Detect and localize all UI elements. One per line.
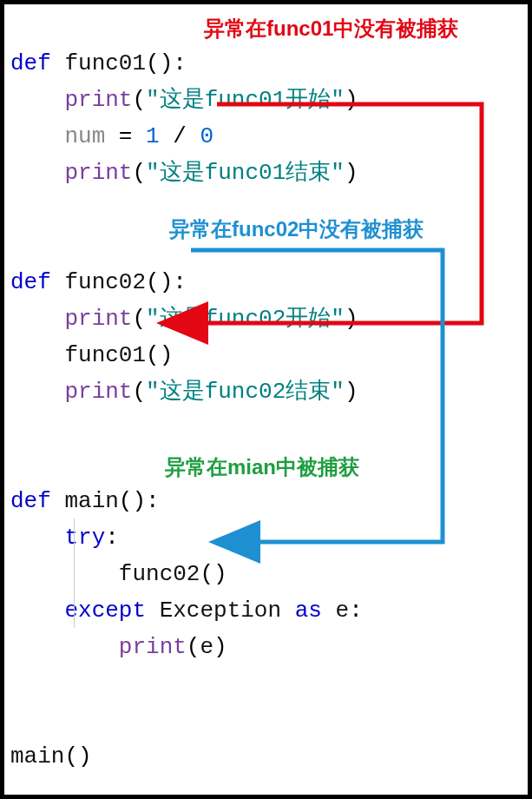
line-9: func01() — [10, 342, 173, 368]
exception-class: Exception — [160, 598, 281, 624]
string-literal: "这是func02结束" — [146, 379, 345, 405]
rparen: ) — [160, 342, 174, 368]
annotation-green: 异常在mian中被捕获 — [165, 453, 359, 481]
line-16: except Exception as e: — [10, 598, 363, 624]
lparen: ( — [146, 342, 160, 368]
line-1: def func01(): — [10, 50, 187, 76]
code-block: def func01(): print("这是func01开始") num = … — [10, 9, 522, 775]
colon: : — [349, 598, 363, 624]
blank-line — [10, 233, 24, 259]
line-15: func02() — [10, 561, 227, 587]
line-3: num = 1 / 0 — [10, 123, 213, 149]
keyword-try: try — [64, 525, 105, 551]
keyword-def: def — [10, 50, 51, 76]
string-literal: "这是func01结束" — [146, 160, 345, 186]
lparen: ( — [132, 87, 146, 113]
lparen: ( — [132, 306, 146, 332]
equals-op: = — [105, 123, 146, 149]
lparen: ( — [64, 743, 78, 769]
line-14: try: — [10, 525, 119, 551]
colon: : — [105, 525, 119, 551]
rparen: ) — [345, 160, 358, 186]
keyword-except: except — [64, 598, 146, 624]
rparen: ) — [345, 87, 358, 113]
lparen: ( — [132, 379, 146, 405]
paren-and-colon: (): — [119, 488, 160, 514]
keyword-def: def — [10, 488, 51, 514]
number-0: 0 — [200, 123, 213, 149]
line-7: def func02(): — [10, 269, 187, 295]
variable-e: e — [200, 634, 213, 660]
builtin-print: print — [64, 306, 132, 332]
lparen: ( — [187, 634, 200, 660]
paren-and-colon: (): — [146, 50, 187, 76]
blank-line — [10, 415, 24, 441]
keyword-def: def — [10, 269, 51, 295]
builtin-print: print — [64, 87, 132, 113]
blank-line — [10, 452, 24, 478]
line-20: main() — [10, 743, 92, 769]
blank-line — [10, 196, 24, 222]
rparen: ) — [213, 634, 227, 660]
number-1: 1 — [146, 123, 160, 149]
line-8: print("这是func02开始") — [10, 306, 358, 332]
builtin-print: print — [64, 379, 132, 405]
divide-op: / — [160, 123, 200, 149]
line-4: print("这是func01结束") — [10, 160, 358, 186]
rparen: ) — [78, 743, 92, 769]
variable-num: num — [64, 123, 105, 149]
call-func01: func01 — [64, 342, 146, 368]
lparen: ( — [132, 160, 146, 186]
rparen: ) — [213, 561, 227, 587]
blank-line — [10, 670, 24, 697]
variable-e: e — [336, 598, 350, 624]
call-func02: func02 — [119, 561, 200, 587]
builtin-print: print — [119, 634, 187, 660]
indent-guide — [74, 591, 75, 628]
func-name-func01: func01 — [64, 50, 146, 76]
paren-and-colon: (): — [146, 269, 187, 295]
builtin-print: print — [64, 160, 132, 186]
func-name-func02: func02 — [64, 269, 146, 295]
rparen: ) — [345, 379, 358, 405]
blank-line — [10, 707, 24, 733]
line-2: print("这是func01开始") — [10, 87, 358, 113]
annotation-blue: 异常在func02中没有被捕获 — [169, 215, 424, 243]
func-name-main: main — [64, 488, 118, 514]
string-literal: "这是func01开始" — [146, 87, 345, 113]
annotation-red: 异常在func01中没有被捕获 — [204, 15, 458, 43]
line-10: print("这是func02结束") — [10, 379, 358, 405]
lparen: ( — [200, 561, 213, 587]
call-main: main — [10, 743, 64, 769]
string-literal: "这是func02开始" — [146, 306, 345, 332]
line-17: print(e) — [10, 634, 227, 660]
rparen: ) — [345, 306, 358, 332]
keyword-as: as — [295, 598, 322, 624]
line-13: def main(): — [10, 488, 160, 514]
